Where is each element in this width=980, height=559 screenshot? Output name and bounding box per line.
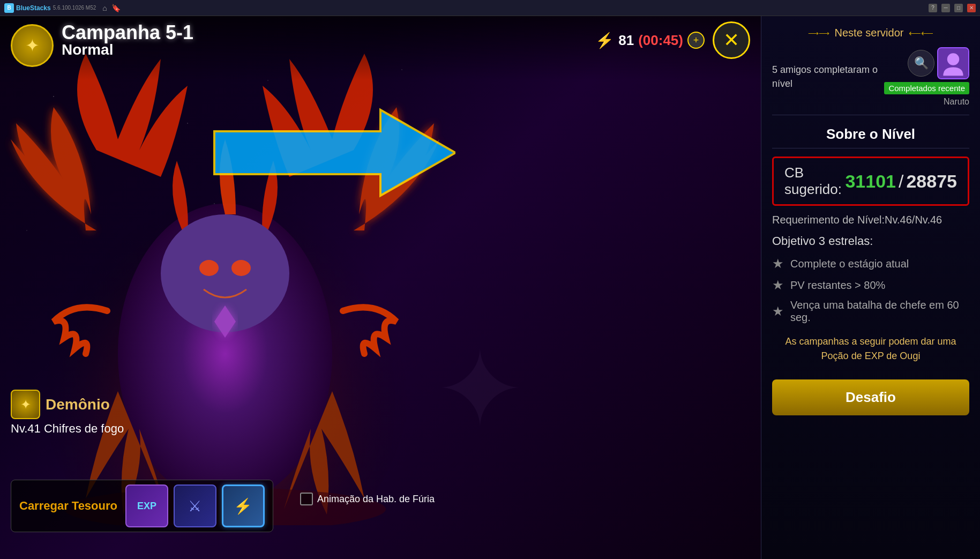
exp-label: EXP	[137, 501, 156, 512]
bluestacks-bar: B BlueStacks 5.6.100.1026 M52 ⌂ 🔖 ? ─ □ …	[0, 0, 980, 16]
server-divider-left: ⟶⟶	[808, 29, 829, 38]
energy-icon: ⚡	[595, 32, 614, 49]
character-info: ✦ Demônio Nv.41 Chifres de fogo	[11, 390, 124, 436]
bs-icon: B	[4, 3, 14, 13]
star-objective-2: ★ PV restantes > 80%	[772, 278, 969, 293]
campaign-icon-symbol: ✦	[25, 35, 40, 56]
star-text-3: Vença uma batalha de chefe em 60 seg.	[790, 299, 969, 324]
star-objective-1: ★ Complete o estágio atual	[772, 256, 969, 271]
character-level: Nv.41 Chifres de fogo	[11, 422, 124, 436]
cb-value-required: 28875	[906, 171, 957, 192]
search-friend-button[interactable]: 🔍	[908, 50, 934, 77]
game-header: ✦ Campanha 5-1 Normal ⚡ 81 (00:45) + ✕	[0, 16, 761, 80]
bs-version: 5.6.100.1026 M52	[53, 5, 96, 11]
window-controls: ? ─ □ ✕	[929, 4, 976, 12]
bs-bookmark-icon[interactable]: 🔖	[111, 4, 121, 12]
exp-potion-text: As campanhas a seguir podem dar uma Poçã…	[772, 334, 969, 363]
character-name: Demônio	[46, 396, 110, 413]
restore-button[interactable]: □	[954, 4, 963, 12]
cb-separator: /	[899, 171, 903, 192]
star-icon-1: ★	[772, 256, 784, 271]
star-text-1: Complete o estágio atual	[790, 258, 909, 270]
level-section-title: Sobre o Nível	[772, 126, 969, 148]
server-label: Neste servidor	[835, 27, 904, 39]
star-objective-3: ★ Vença uma batalha de chefe em 60 seg.	[772, 299, 969, 324]
treasure-item-boost[interactable]: ⚡	[222, 485, 265, 527]
friend-avatar	[937, 47, 969, 79]
animation-label: Animação da Hab. de Fúria	[317, 494, 435, 505]
treasure-item-exp[interactable]: EXP	[125, 485, 168, 527]
campaign-title-block: Campanha 5-1 Normal	[62, 21, 193, 58]
bs-home-icon[interactable]: ⌂	[102, 4, 107, 12]
star-text-2: PV restantes > 80%	[790, 279, 885, 292]
campaign-difficulty: Normal	[62, 41, 193, 58]
friends-text: 5 amigos completaram o nível	[772, 64, 878, 88]
bs-nav-icons: ⌂ 🔖	[102, 4, 120, 12]
close-window-button[interactable]: ✕	[967, 4, 976, 12]
skill-icon: ⚔	[188, 497, 201, 515]
cb-label: CB sugerido:	[784, 165, 842, 198]
treasure-item-skill[interactable]: ⚔	[174, 485, 216, 527]
treasure-bar: Carregar Tesouro EXP ⚔ ⚡	[11, 480, 273, 532]
svg-point-4	[231, 260, 251, 276]
checkbox-box[interactable]	[300, 493, 313, 505]
energy-add-button[interactable]: +	[687, 32, 705, 49]
demon-creature	[0, 43, 466, 525]
watermark-icon: ✦	[435, 327, 525, 452]
campaign-title: Campanha 5-1	[62, 21, 193, 44]
server-section: ⟶⟶ Neste servidor ⟵⟵	[772, 27, 969, 39]
star-icon-3: ★	[772, 304, 784, 319]
energy-timer: (00:45)	[638, 32, 683, 49]
svg-point-3	[199, 260, 219, 276]
challenge-button[interactable]: Desafio	[772, 379, 969, 415]
close-game-button[interactable]: ✕	[713, 21, 750, 59]
energy-count: 81	[618, 32, 634, 49]
character-icon: ✦	[11, 390, 40, 419]
character-badge-symbol: ✦	[20, 397, 31, 412]
level-requirement: Requerimento de Nível:Nv.46/Nv.46	[772, 214, 969, 226]
boost-icon: ⚡	[234, 497, 252, 515]
friend-name: Naruto	[944, 97, 969, 107]
treasure-label: Carregar Tesouro	[19, 499, 117, 513]
stars-section-title: Objetivo 3 estrelas:	[772, 234, 969, 248]
campaign-icon: ✦	[11, 24, 54, 67]
completed-badge: Completados recente	[884, 82, 969, 94]
minimize-button[interactable]: ─	[941, 4, 950, 12]
header-right: ⚡ 81 (00:45) + ✕	[595, 21, 750, 59]
bs-title: BlueStacks	[16, 4, 51, 12]
energy-section: ⚡ 81 (00:45) +	[595, 32, 705, 49]
character-badge: ✦ Demônio	[11, 390, 124, 419]
server-divider-right: ⟵⟵	[909, 28, 933, 38]
game-area: ✦ Campanha 5-1 Normal ⚡ 81 (00:45) + ✕ ✦…	[0, 16, 761, 559]
help-button[interactable]: ?	[929, 4, 937, 12]
svg-point-10	[947, 53, 959, 65]
cb-value-current: 31101	[845, 171, 896, 192]
animation-checkbox[interactable]: Animação da Hab. de Fúria	[300, 493, 435, 505]
right-panel: ⟶⟶ Neste servidor ⟵⟵ 5 amigos completara…	[761, 16, 980, 559]
bluestacks-logo: B BlueStacks	[4, 3, 51, 13]
star-icon-2: ★	[772, 278, 784, 293]
cb-suggested-box: CB sugerido: 31101 / 28875	[772, 156, 969, 206]
friends-section: 5 amigos completaram o nível 🔍 Completad…	[772, 47, 969, 115]
